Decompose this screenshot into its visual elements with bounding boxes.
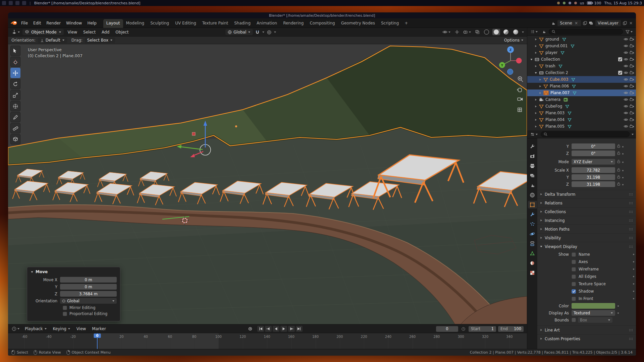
shading-dropdown[interactable] <box>522 31 524 33</box>
disable-in-renders-toggle[interactable] <box>630 117 634 122</box>
proportional-falloff-dropdown[interactable] <box>274 31 276 33</box>
outliner-row-plane-003[interactable]: Plane.003 <box>527 110 636 116</box>
properties-tab-scene[interactable] <box>528 181 537 189</box>
number-field-y[interactable]: 31.198 <box>572 174 615 180</box>
number-field-y[interactable]: 0 m <box>60 284 117 290</box>
checkbox-in-front[interactable] <box>572 297 576 301</box>
hide-in-viewport-toggle[interactable] <box>624 97 628 102</box>
number-field-z[interactable]: 31.198 <box>572 181 615 187</box>
properties-tab-particles[interactable] <box>528 220 537 228</box>
expand-icon[interactable] <box>534 98 538 101</box>
display-as-dropdown[interactable]: Textured <box>572 310 615 316</box>
menu-render[interactable]: Render <box>44 20 63 26</box>
next-keyframe-button[interactable] <box>288 326 295 332</box>
grip-icon[interactable] <box>629 201 633 205</box>
animate-dot-icon[interactable] <box>622 182 624 187</box>
tool-cursor[interactable] <box>10 57 20 67</box>
outliner-display-mode-button[interactable] <box>541 29 547 35</box>
section-motion-paths[interactable]: Motion Paths <box>537 225 636 233</box>
frame-end-field[interactable]: End100 <box>498 326 524 332</box>
jump-to-end-button[interactable] <box>296 326 303 332</box>
number-field-y[interactable]: 0° <box>572 143 615 149</box>
grip-icon[interactable] <box>629 209 633 214</box>
tool-measure[interactable] <box>10 123 20 133</box>
snap-toggle[interactable] <box>254 29 261 35</box>
dropdown-mode[interactable]: XYZ Euler <box>572 159 615 165</box>
grip-icon[interactable] <box>629 328 633 333</box>
outliner-row-cube-003[interactable]: Cube.003 <box>527 76 636 83</box>
section-delta-transform[interactable]: Delta Transform <box>537 190 636 198</box>
hide-in-viewport-toggle[interactable] <box>624 104 628 109</box>
object-color-swatch[interactable] <box>572 303 615 309</box>
expand-icon[interactable] <box>538 85 542 88</box>
timeline-menu-keying[interactable]: Keying <box>50 325 73 332</box>
number-field-z[interactable]: 3.7684 m <box>60 291 117 297</box>
checkbox-wireframe[interactable] <box>572 267 576 272</box>
disable-in-renders-toggle[interactable] <box>630 104 634 109</box>
animate-dot-icon[interactable] <box>622 160 624 164</box>
hide-in-viewport-toggle[interactable] <box>624 37 628 42</box>
section-relations[interactable]: Relations <box>537 198 636 207</box>
animate-dot-icon[interactable] <box>622 151 624 156</box>
collection-exclude-checkbox[interactable] <box>618 71 622 75</box>
hide-in-viewport-toggle[interactable] <box>624 111 628 115</box>
shading-wireframe-button[interactable] <box>483 29 490 35</box>
add-workspace-button[interactable]: + <box>402 19 411 28</box>
animate-dot-icon[interactable] <box>633 298 635 300</box>
animate-dot-icon[interactable] <box>622 175 624 180</box>
new-scene-icon[interactable] <box>583 21 587 25</box>
properties-tab-output[interactable] <box>528 162 537 170</box>
grip-icon[interactable] <box>629 227 633 232</box>
animate-dot-icon[interactable] <box>633 261 635 263</box>
properties-tab-object-data[interactable] <box>528 249 537 257</box>
disable-in-renders-toggle[interactable] <box>630 84 634 88</box>
number-field-z[interactable]: 0° <box>572 150 615 156</box>
menu-help[interactable]: Help <box>85 20 99 26</box>
workspace-tab-shading[interactable]: Shading <box>231 19 254 28</box>
expand-icon[interactable] <box>534 65 538 68</box>
properties-tab-texture[interactable] <box>528 269 537 277</box>
shading-material-button[interactable] <box>502 29 510 35</box>
grip-icon[interactable] <box>629 244 633 249</box>
disable-in-renders-toggle[interactable] <box>630 90 634 95</box>
lock-icon[interactable] <box>617 182 620 187</box>
taskbar-app-icon[interactable] <box>22 1 26 5</box>
properties-tab-constraints[interactable] <box>528 240 537 247</box>
timeline-menu-marker[interactable]: Marker <box>89 325 108 332</box>
properties-tab-material[interactable] <box>528 259 537 267</box>
gizmo-x-ball[interactable] <box>516 58 522 64</box>
disable-in-renders-toggle[interactable] <box>630 57 634 62</box>
hide-in-viewport-toggle[interactable] <box>624 84 628 88</box>
checkbox-texture-space[interactable] <box>572 282 576 286</box>
outliner-search-input[interactable] <box>549 29 623 35</box>
lock-icon[interactable] <box>617 168 620 173</box>
hide-in-viewport-toggle[interactable] <box>624 64 628 68</box>
lock-icon[interactable] <box>617 151 620 156</box>
workspace-tab-sculpting[interactable]: Sculpting <box>147 19 172 28</box>
expand-icon[interactable] <box>534 45 538 48</box>
editor-type-button[interactable] <box>11 29 21 35</box>
hide-in-viewport-toggle[interactable] <box>624 70 628 75</box>
animate-dot-icon[interactable] <box>633 276 635 278</box>
lock-icon[interactable] <box>617 175 620 180</box>
disable-in-renders-toggle[interactable] <box>630 44 634 48</box>
properties-tab-view-layer[interactable] <box>528 172 537 179</box>
animate-dot-icon[interactable] <box>617 312 619 314</box>
properties-tab-object[interactable] <box>528 201 537 208</box>
tray-icon[interactable] <box>557 2 560 4</box>
timeline-editor-type-button[interactable] <box>11 326 21 332</box>
tool-annotate[interactable] <box>10 112 20 122</box>
disable-in-renders-toggle[interactable] <box>630 124 634 129</box>
section-instancing[interactable]: Instancing <box>537 216 636 225</box>
outliner-row-plane-004[interactable]: Plane.004 <box>527 116 636 123</box>
jump-to-start-button[interactable] <box>257 326 264 332</box>
properties-search-input[interactable] <box>541 131 630 137</box>
section-custom-properties[interactable]: Custom Properties <box>537 334 636 343</box>
move-orientation-select[interactable]: Global <box>60 298 117 304</box>
hide-in-viewport-toggle[interactable] <box>624 124 628 129</box>
expand-icon[interactable] <box>534 38 538 41</box>
view-layer-selector[interactable]: ViewLayer <box>595 20 621 26</box>
shading-rendered-button[interactable] <box>512 29 520 35</box>
checkbox-mirror-editing[interactable] <box>63 306 67 310</box>
outliner-row-ground-001[interactable]: ground.001 <box>527 43 636 49</box>
